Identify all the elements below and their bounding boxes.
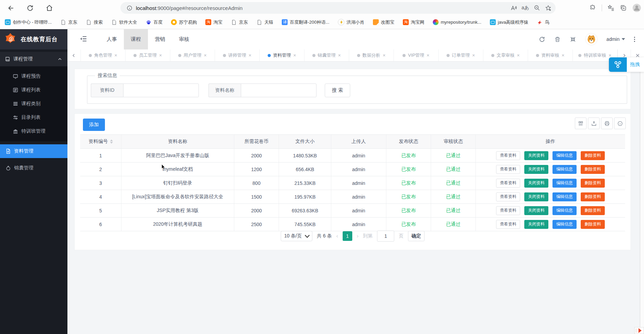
delete-resource-button[interactable]: 删除资料 [581,220,605,229]
bookmark-item[interactable]: 洪湖小肖 [338,19,364,25]
profile-avatar-icon[interactable] [632,3,641,12]
tab-close-icon[interactable]: × [115,53,117,58]
prev-page-button[interactable]: ‹ [336,233,338,239]
favorite-star-icon[interactable] [545,5,551,11]
bookmark-item[interactable]: 软件大全 [111,19,137,25]
bookmark-item[interactable]: java高级程序猿 [490,19,528,25]
page-tab[interactable]: 锦囊管理 × [304,49,349,61]
page-tab[interactable]: 讲师管理 × [215,49,260,61]
close-resource-button[interactable]: 关闭资料 [524,151,548,160]
translate-page-icon[interactable]: aあ [522,5,529,11]
delete-resource-button[interactable]: 删除资料 [581,206,605,215]
tab-close-icon[interactable]: × [159,53,162,58]
corner-widget[interactable] [634,327,644,334]
tab-close-icon[interactable]: × [293,53,296,58]
sidebar-item-training-class[interactable]: 特训班管理 [0,124,67,138]
extensions-icon[interactable] [589,4,596,11]
tab-close-icon[interactable]: × [427,53,429,58]
tab-close-icon[interactable]: × [338,53,341,58]
tab-close-icon[interactable]: × [517,53,520,58]
edit-info-button[interactable]: 编辑信息 [552,151,577,160]
close-resource-button[interactable]: 关闭资料 [524,179,548,188]
tab-close-icon[interactable]: × [562,53,565,58]
page-number-button[interactable]: 1 [343,231,352,241]
bookmark-item[interactable]: 淘淘宝网 [403,19,424,25]
sidebar-item-resource-admin[interactable]: 资料管理 [0,144,67,158]
resource-id-input[interactable] [123,84,199,97]
more-menu-icon[interactable] [634,37,635,42]
close-resource-button[interactable]: 关闭资料 [524,165,548,174]
export-icon-button[interactable] [588,118,600,129]
page-size-select[interactable]: 10 条/页 [281,231,312,241]
close-resource-button[interactable]: 关闭资料 [524,192,548,201]
view-resource-button[interactable]: 查看资料 [496,220,520,229]
refresh-icon[interactable] [539,36,545,43]
bookmark-item[interactable]: 天猫 [256,19,273,25]
view-resource-button[interactable]: 查看资料 [496,206,520,215]
view-resource-button[interactable]: 查看资料 [496,192,520,201]
nav-item-course[interactable]: 课程 [124,29,148,49]
delete-resource-button[interactable]: 删除资料 [581,192,605,201]
user-menu[interactable]: admin [607,36,625,42]
page-tab[interactable]: 用户管理 × [170,49,215,61]
menu-fold-icon[interactable] [80,35,87,43]
delete-resource-button[interactable]: 删除资料 [581,165,605,174]
bookmark-item[interactable]: 改图宝 [373,19,394,25]
page-tab[interactable]: 员工管理 × [126,49,170,61]
sidebar-item-catalog-list[interactable]: 目录列表 [0,111,67,124]
sidebar-item-course-list[interactable]: 课程列表 [0,83,67,97]
info-icon-button[interactable] [614,118,626,129]
bookmark-item[interactable]: 译百度翻译-200种语... [282,19,329,25]
bookmark-item[interactable]: 鸟 [537,19,549,25]
read-aloud-icon[interactable] [510,5,517,11]
bookmark-item[interactable]: 百度 [146,19,162,25]
nav-item-audit[interactable]: 审核 [172,29,196,49]
page-tab[interactable]: 资料管理 × [260,49,304,61]
collections-icon[interactable] [620,4,627,11]
page-tab[interactable]: 订单管理 × [439,49,483,61]
page-tab[interactable]: 数据分析 × [349,49,394,61]
favorites-icon[interactable] [608,4,614,11]
tab-close-icon[interactable]: × [472,53,475,58]
delete-resource-button[interactable]: 删除资料 [581,179,605,188]
page-tab[interactable]: VIP管理 × [394,49,439,61]
jump-page-input[interactable] [377,231,394,242]
view-resource-button[interactable]: 查看资料 [496,165,520,174]
bookmark-item[interactable]: 淘淘宝 [205,19,222,25]
reload-button[interactable] [24,2,36,14]
tab-close-icon[interactable]: × [383,53,386,58]
back-button[interactable] [5,2,17,14]
nav-item-hr[interactable]: 人事 [100,29,124,49]
edit-info-button[interactable]: 编辑信息 [552,206,577,215]
add-button[interactable]: 添加 [83,119,105,131]
bookmark-item[interactable]: 创作中心 - 哔哩哔... [5,19,52,25]
bookmark-item[interactable]: 搜索 [86,19,103,25]
address-bar[interactable]: localhost:9000/page#/resource/resourceAd… [120,2,556,14]
fullscreen-icon[interactable] [570,36,576,43]
edit-info-button[interactable]: 编辑信息 [552,220,577,229]
close-resource-button[interactable]: 关闭资料 [524,220,548,229]
columns-grid-icon-button[interactable] [575,118,587,129]
print-icon-button[interactable] [601,118,613,129]
tab-close-icon[interactable]: × [249,53,251,58]
tab-close-icon[interactable]: × [204,53,207,58]
bookmark-item[interactable]: 京东 [60,19,77,25]
sidebar-item-course-category[interactable]: 课程类别 [0,97,67,111]
header-resource-id[interactable]: 资料编号 [80,135,121,148]
trash-icon[interactable] [554,36,561,43]
next-page-button[interactable]: › [357,233,358,239]
delete-resource-button[interactable]: 删除资料 [581,151,605,160]
vertical-scrollbar[interactable] [640,61,644,334]
edit-info-button[interactable]: 编辑信息 [552,192,577,201]
page-tab[interactable]: 资料审核 × [528,49,573,61]
bookmark-item[interactable]: 苏宁易购 [171,19,197,25]
zoom-out-icon[interactable] [534,5,540,11]
view-resource-button[interactable]: 查看资料 [496,151,520,160]
page-tab[interactable]: 文章审核 × [483,49,528,61]
edit-info-button[interactable]: 编辑信息 [552,165,577,174]
user-avatar[interactable] [585,33,598,45]
page-tab[interactable]: 角色管理 × [81,49,126,61]
confirm-page-button[interactable]: 确定 [408,231,425,241]
close-resource-button[interactable]: 关闭资料 [524,206,548,215]
edit-info-button[interactable]: 编辑信息 [552,179,577,188]
